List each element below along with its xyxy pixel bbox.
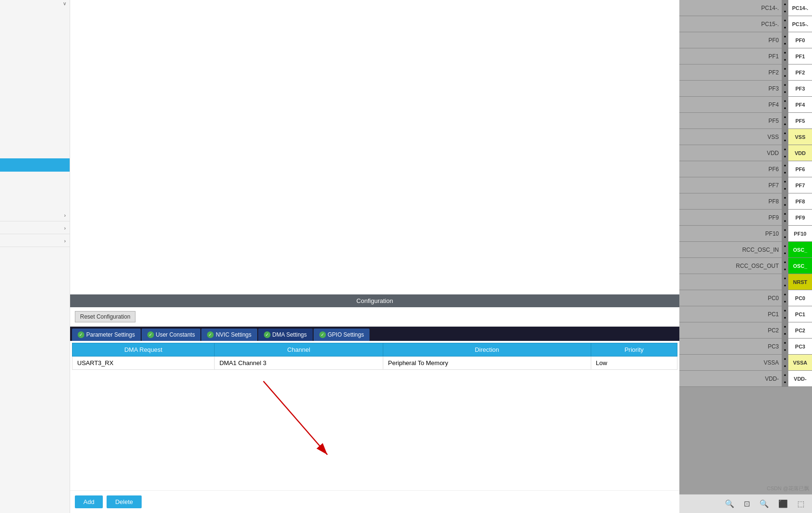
export-icon[interactable]: ⬛ (778, 499, 788, 508)
tab-parameter-settings[interactable]: ✓Parameter Settings (72, 329, 141, 341)
tab-nvic-settings[interactable]: ✓NVIC Settings (201, 329, 257, 341)
config-section: Configuration Reset Configuration ✓Param… (70, 294, 679, 513)
tab-label-parameter-settings: Parameter Settings (86, 331, 135, 338)
sidebar-top: v (0, 0, 70, 7)
pin-box-18[interactable]: PC0 (788, 290, 812, 306)
pin-row-18: PC0••PC0 (679, 290, 812, 306)
pin-label-2: PF0 (679, 32, 782, 48)
pin-row-0: PC14-.••PC14-. (679, 0, 812, 16)
settings-icon[interactable]: ⬚ (797, 499, 804, 508)
reset-config-button[interactable]: Reset Configuration (75, 311, 135, 322)
pin-box-2[interactable]: PF0 (788, 32, 812, 48)
config-title: Configuration (356, 297, 393, 304)
pin-list: PC14-.••PC14-.PC15-.••PC15-.PF0••PF0PF1•… (679, 0, 812, 513)
pin-box-9[interactable]: VDD (788, 145, 812, 161)
pin-box-0[interactable]: PC14-. (788, 0, 812, 16)
pin-row-15: RCC_OSC_IN••OSC_ (679, 242, 812, 258)
pin-dots-15: •• (782, 242, 788, 257)
tab-user-constants[interactable]: ✓User Constants (142, 329, 201, 341)
pin-row-12: PF8••PF8 (679, 193, 812, 210)
sidebar-chevron-icon[interactable]: v (63, 1, 66, 6)
tab-gpio-settings[interactable]: ✓GPIO Settings (314, 329, 370, 341)
delete-button[interactable]: Delete (107, 495, 142, 508)
config-header: Configuration (70, 294, 679, 307)
pin-box-7[interactable]: PF5 (788, 113, 812, 128)
cell-priority: Low (591, 357, 677, 370)
pin-row-6: PF4••PF4 (679, 97, 812, 113)
pin-row-16: RCC_OSC_OUT••OSC_ (679, 258, 812, 274)
cell-channel: DMA1 Channel 3 (215, 357, 383, 370)
pin-label-11: PF7 (679, 177, 782, 193)
pin-box-22[interactable]: VSSA (788, 355, 812, 370)
zoom-in-icon[interactable]: 🔍 (725, 499, 734, 508)
pin-box-10[interactable]: PF6 (788, 161, 812, 177)
pin-box-17[interactable]: NRST (788, 274, 812, 290)
cell-direction: Peripheral To Memory (383, 357, 591, 370)
pin-row-8: VSS••VSS (679, 129, 812, 145)
pin-row-5: PF3••PF3 (679, 81, 812, 97)
pin-label-7: PF5 (679, 113, 782, 128)
sidebar-item-3[interactable]: › (0, 235, 70, 247)
pin-box-21[interactable]: PC3 (788, 339, 812, 354)
pin-label-16: RCC_OSC_OUT (679, 258, 782, 274)
sidebar-item-1[interactable]: › (0, 210, 70, 221)
tab-dma-settings[interactable]: ✓DMA Settings (258, 329, 313, 341)
pin-box-15[interactable]: OSC_ (788, 242, 812, 257)
pin-row-10: PF6••PF6 (679, 161, 812, 177)
red-arrow-svg (70, 372, 679, 490)
pin-row-23: VDD-••VDD- (679, 371, 812, 387)
pin-box-19[interactable]: PC1 (788, 306, 812, 322)
sidebar-items: › › › (0, 210, 70, 247)
col-dma-request: DMA Request (72, 343, 215, 357)
table-row[interactable]: USART3_RXDMA1 Channel 3Peripheral To Mem… (72, 357, 677, 370)
pin-dots-9: •• (782, 145, 788, 161)
pin-label-8: VSS (679, 129, 782, 145)
dma-table-container: DMA Request Channel Direction Priority U… (70, 341, 679, 372)
pin-box-16[interactable]: OSC_ (788, 258, 812, 274)
watermark: CSDN @花落已飘 (767, 485, 809, 492)
tab-check-icon-user-constants: ✓ (147, 331, 154, 338)
pin-dots-12: •• (782, 193, 788, 209)
chevron-right-icon-1: › (64, 212, 66, 218)
pin-box-4[interactable]: PF2 (788, 64, 812, 80)
pin-box-12[interactable]: PF8 (788, 193, 812, 209)
pin-box-13[interactable]: PF9 (788, 210, 812, 225)
pin-box-1[interactable]: PC15-. (788, 16, 812, 32)
sidebar-item-2[interactable]: › (0, 222, 70, 234)
pin-box-20[interactable]: PC2 (788, 322, 812, 338)
fit-screen-icon[interactable]: ⊡ (744, 499, 750, 508)
tab-check-icon-gpio-settings: ✓ (319, 331, 326, 338)
arrow-annotation (70, 372, 679, 490)
main-content: Configuration Reset Configuration ✓Param… (70, 0, 679, 513)
add-button[interactable]: Add (75, 495, 103, 508)
bottom-buttons: Add Delete (70, 490, 679, 513)
dma-table: DMA Request Channel Direction Priority U… (72, 343, 677, 370)
pin-dots-19: •• (782, 306, 788, 322)
pin-dots-3: •• (782, 48, 788, 64)
pin-dots-11: •• (782, 177, 788, 193)
pin-dots-14: •• (782, 226, 788, 241)
tab-label-gpio-settings: GPIO Settings (328, 331, 364, 338)
pin-box-23[interactable]: VDD- (788, 371, 812, 386)
tab-check-icon-dma-settings: ✓ (264, 331, 271, 338)
pin-dots-22: •• (782, 355, 788, 370)
col-direction: Direction (383, 343, 591, 357)
bottom-toolbar: 🔍 ⊡ 🔍 ⬛ ⬚ (679, 494, 812, 513)
zoom-out-icon[interactable]: 🔍 (759, 499, 769, 508)
pin-box-5[interactable]: PF3 (788, 81, 812, 96)
pin-label-1: PC15-. (679, 16, 782, 32)
pin-label-18: PC0 (679, 290, 782, 306)
pin-row-13: PF9••PF9 (679, 210, 812, 226)
pin-dots-23: •• (782, 371, 788, 386)
pin-box-8[interactable]: VSS (788, 129, 812, 145)
pin-box-14[interactable]: PF10 (788, 226, 812, 241)
col-channel: Channel (215, 343, 383, 357)
pin-box-6[interactable]: PF4 (788, 97, 812, 112)
tab-label-nvic-settings: NVIC Settings (216, 331, 251, 338)
pin-box-11[interactable]: PF7 (788, 177, 812, 193)
pin-box-3[interactable]: PF1 (788, 48, 812, 64)
pin-label-21: PC3 (679, 339, 782, 354)
cell-dma_request: USART3_RX (72, 357, 215, 370)
pin-row-7: PF5••PF5 (679, 113, 812, 129)
pin-row-19: PC1••PC1 (679, 306, 812, 322)
